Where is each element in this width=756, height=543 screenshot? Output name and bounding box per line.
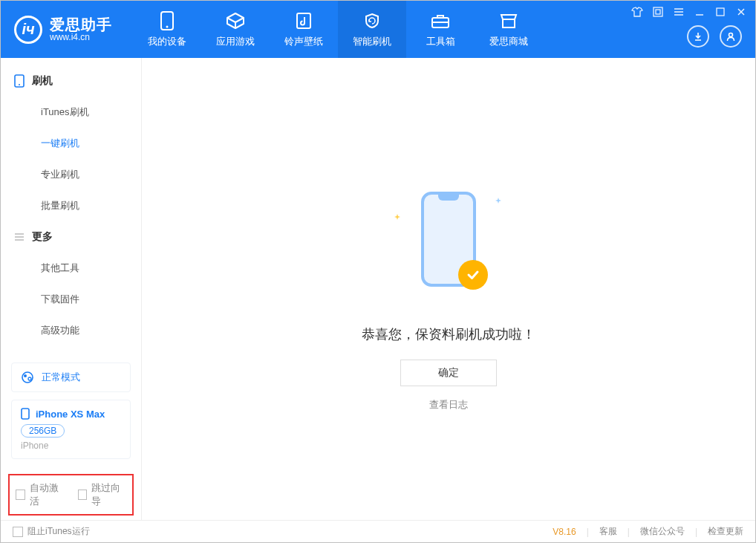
footer-check-update-link[interactable]: 检查更新: [708, 525, 743, 538]
svg-point-11: [22, 372, 33, 383]
view-log-link[interactable]: 查看日志: [429, 398, 468, 412]
close-icon[interactable]: [734, 5, 748, 19]
checkbox-label: 自动激活: [30, 481, 65, 508]
toolbox-icon: [431, 11, 450, 30]
body: 刷机 iTunes刷机 一键刷机 专业刷机 批量刷机 更多 其他工具 下载固件 …: [1, 58, 755, 520]
header-right-buttons: [687, 25, 742, 48]
refresh-shield-icon: [362, 11, 382, 30]
store-icon: [499, 11, 518, 30]
nav-label: 应用游戏: [216, 35, 255, 48]
sidebar-lower: 正常模式 iPhone XS Max 256GB iPhone: [1, 362, 141, 474]
nav-label: 铃声壁纸: [284, 35, 323, 48]
sidebar-item-itunes-flash[interactable]: iTunes刷机: [1, 97, 141, 128]
sidebar-item-oneclick-flash[interactable]: 一键刷机: [1, 128, 141, 159]
logo-icon: iч: [14, 16, 42, 44]
sparkle-icon: [495, 198, 501, 204]
svg-rect-5: [654, 7, 662, 16]
nav-label: 我的设备: [148, 35, 186, 48]
nav-apps-games[interactable]: 应用游戏: [201, 1, 270, 58]
success-message: 恭喜您，保资料刷机成功啦！: [362, 325, 535, 343]
flash-options-highlight: 自动激活 跳过向导: [8, 474, 134, 516]
version-label: V8.16: [553, 527, 576, 537]
sidebar-item-advanced[interactable]: 高级功能: [1, 315, 141, 346]
nav-store[interactable]: 爱思商城: [475, 1, 543, 58]
device-name: iPhone XS Max: [36, 409, 105, 420]
svg-point-12: [24, 374, 27, 377]
mode-icon: [21, 371, 34, 384]
checkbox-auto-activate[interactable]: 自动激活: [16, 481, 65, 508]
svg-point-8: [729, 33, 733, 37]
checkbox-label: 阻止iTunes运行: [27, 525, 90, 538]
checkbox-skip-guide[interactable]: 跳过向导: [78, 481, 127, 508]
music-file-icon: [294, 11, 313, 30]
header: iч 爱思助手 www.i4.cn 我的设备 应用游戏: [1, 1, 755, 58]
svg-rect-14: [22, 409, 29, 419]
tshirt-icon[interactable]: [630, 5, 644, 19]
nav-toolbox[interactable]: 工具箱: [406, 1, 475, 58]
sidebar-item-download-firmware[interactable]: 下载固件: [1, 284, 141, 315]
nav-label: 爱思商城: [489, 35, 528, 48]
svg-rect-6: [656, 10, 660, 14]
maximize-icon[interactable]: [714, 5, 727, 19]
group-title: 更多: [32, 230, 53, 244]
user-button[interactable]: [720, 25, 742, 48]
menu-icon[interactable]: [672, 5, 685, 19]
sidebar: 刷机 iTunes刷机 一键刷机 专业刷机 批量刷机 更多 其他工具 下载固件 …: [1, 58, 142, 520]
app-name: 爱思助手: [50, 16, 112, 33]
svg-point-1: [166, 25, 169, 27]
sidebar-item-pro-flash[interactable]: 专业刷机: [1, 159, 141, 190]
cube-icon: [226, 11, 245, 30]
check-badge-icon: [458, 260, 488, 290]
nav-label: 智能刷机: [353, 35, 391, 48]
device-card[interactable]: iPhone XS Max 256GB iPhone: [11, 400, 131, 459]
device-storage: 256GB: [21, 424, 65, 438]
checkbox-label: 跳过向导: [91, 481, 126, 508]
nav-ringtone-wallpaper[interactable]: 铃声壁纸: [270, 1, 338, 58]
sidebar-item-batch-flash[interactable]: 批量刷机: [1, 190, 141, 221]
download-button[interactable]: [687, 25, 709, 48]
nav-smart-flash[interactable]: 智能刷机: [338, 1, 406, 58]
footer-support-link[interactable]: 客服: [599, 525, 617, 538]
checkbox-icon: [13, 527, 23, 537]
logo: iч 爱思助手 www.i4.cn: [1, 16, 126, 44]
checkbox-icon: [16, 490, 25, 500]
nav-my-device[interactable]: 我的设备: [133, 1, 201, 58]
list-icon: [14, 233, 25, 241]
top-nav: 我的设备 应用游戏 铃声壁纸 智能刷机: [133, 1, 543, 58]
device-icon: [157, 11, 177, 30]
minimize-icon[interactable]: [693, 5, 706, 19]
sidebar-group-more: 更多: [1, 221, 141, 253]
checkbox-stop-itunes[interactable]: 阻止iTunes运行: [13, 525, 90, 538]
mode-card[interactable]: 正常模式: [11, 362, 131, 392]
svg-point-13: [28, 377, 31, 380]
app-window: iч 爱思助手 www.i4.cn 我的设备 应用游戏: [0, 0, 756, 543]
nav-label: 工具箱: [426, 35, 455, 48]
titlebar-controls: [630, 5, 748, 19]
mode-label: 正常模式: [42, 371, 80, 384]
main-content: 恭喜您，保资料刷机成功啦！ 确定 查看日志: [142, 58, 755, 520]
footer-wechat-link[interactable]: 微信公众号: [640, 525, 685, 538]
phone-icon: [14, 74, 25, 88]
svg-rect-7: [717, 8, 724, 16]
sidebar-group-flash: 刷机: [1, 65, 141, 97]
checkbox-icon: [78, 490, 88, 500]
group-title: 刷机: [32, 74, 53, 88]
ok-button[interactable]: 确定: [400, 360, 497, 386]
success-illustration: [393, 192, 504, 303]
feedback-icon[interactable]: [651, 5, 665, 19]
footer: 阻止iTunes运行 V8.16 | 客服 | 微信公众号 | 检查更新: [1, 520, 755, 542]
sidebar-item-other-tools[interactable]: 其他工具: [1, 253, 141, 284]
device-small-icon: [21, 408, 30, 420]
device-type: iPhone: [21, 440, 121, 451]
app-url: www.i4.cn: [50, 33, 112, 42]
svg-rect-4: [503, 19, 515, 27]
sparkle-icon: [394, 214, 400, 220]
svg-point-10: [19, 84, 20, 85]
